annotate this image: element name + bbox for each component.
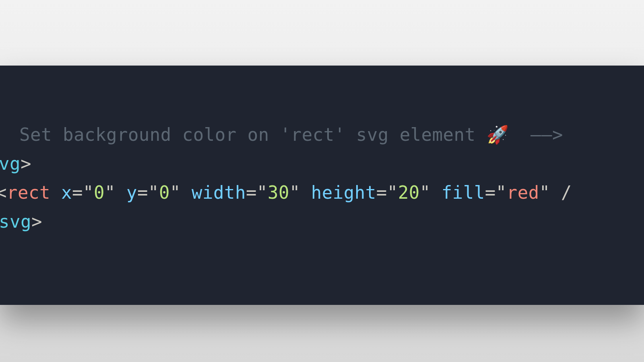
code-line-open-svg: svg>: [0, 149, 644, 178]
code-line-comment: —— Set background color on 'rect' svg el…: [0, 120, 644, 149]
val-width: 30: [268, 182, 289, 203]
quote-open-y: ": [148, 182, 159, 203]
svg-close-tag-name: svg: [0, 211, 31, 232]
quote-open-width: ": [257, 182, 268, 203]
comment-text: Set background color on 'rect' svg eleme…: [8, 124, 487, 145]
code-line-rect: <rect x="0" y="0" width="30" height="20"…: [0, 178, 644, 207]
svg-open-tag-name: svg: [0, 153, 21, 174]
rect-open-bracket: <: [0, 182, 7, 203]
svg-close-bracket: >: [31, 211, 42, 232]
attr-width: width: [181, 182, 246, 203]
comment-trailing-arrow: ——>: [509, 124, 563, 145]
quote-open-x: ": [83, 182, 94, 203]
attr-height: height: [300, 182, 376, 203]
quote-close-width: ": [289, 182, 300, 203]
quote-close-fill: ": [539, 182, 550, 203]
eq-width: =: [246, 182, 257, 203]
val-y: 0: [159, 182, 170, 203]
val-x: 0: [94, 182, 105, 203]
rocket-icon: 🚀: [487, 125, 509, 144]
quote-close-x: ": [105, 182, 116, 203]
quote-open-height: ": [387, 182, 398, 203]
eq-height: =: [376, 182, 387, 203]
rect-self-close: /: [550, 182, 572, 203]
attr-fill: fill: [431, 182, 485, 203]
attr-x: x: [50, 182, 72, 203]
rect-tag-name: rect: [7, 182, 50, 203]
code-block: —— Set background color on 'rect' svg el…: [0, 66, 644, 305]
svg-open-bracket: >: [21, 153, 31, 174]
val-height: 20: [398, 182, 420, 203]
quote-open-fill: ": [496, 182, 507, 203]
quote-close-height: ": [420, 182, 431, 203]
eq-y: =: [137, 182, 148, 203]
eq-x: =: [72, 182, 83, 203]
val-fill: red: [507, 182, 539, 203]
code-line-close-svg: /svg>: [0, 207, 644, 236]
quote-close-y: ": [170, 182, 181, 203]
comment-leading-dashes: ——: [0, 124, 8, 145]
eq-fill: =: [485, 182, 496, 203]
attr-y: y: [116, 182, 137, 203]
